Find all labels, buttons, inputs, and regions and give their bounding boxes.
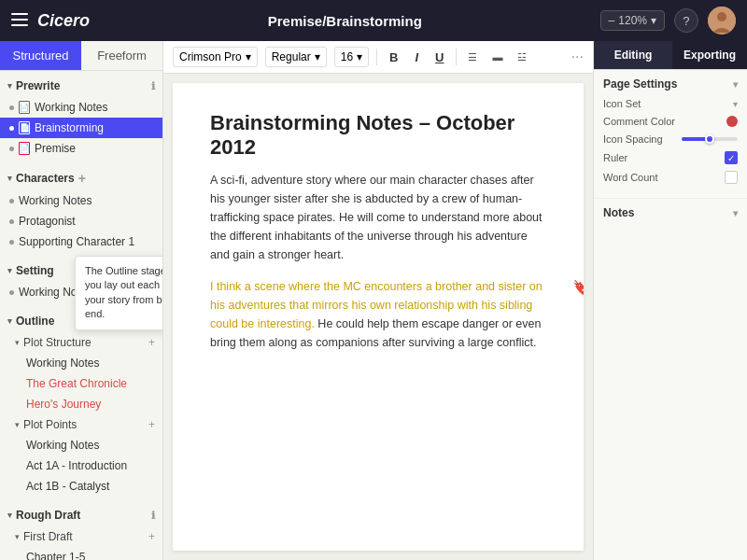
sidebar-item-premise[interactable]: 📄 Premise — [0, 138, 162, 159]
subsection-label: First Draft — [23, 530, 73, 543]
font-size-chevron: ▾ — [357, 50, 362, 63]
divider — [376, 49, 377, 65]
item-label: Premise — [35, 142, 76, 155]
font-size-value: 16 — [341, 50, 353, 63]
editor-toolbar: Crimson Pro ▾ Regular ▾ 16 ▾ B I U ☰ ▬ ☳… — [163, 41, 593, 74]
sidebar-item-wn-characters[interactable]: Working Notes — [0, 190, 162, 211]
outline-chevron: ▾ — [7, 316, 12, 326]
tab-exporting[interactable]: Exporting — [672, 41, 747, 69]
help-button[interactable]: ? — [674, 8, 698, 33]
bookmark-icon[interactable]: 🔖 — [572, 279, 584, 297]
first-draft-chevron: ▾ — [15, 532, 20, 541]
notes-section: Notes ▾ — [594, 199, 747, 234]
hamburger-icon[interactable] — [11, 13, 28, 29]
file-icon: 📄 — [19, 142, 30, 155]
app-logo: Cicero — [37, 11, 90, 31]
characters-chevron: ▾ — [7, 174, 12, 183]
plot-structure-chevron: ▾ — [15, 338, 20, 347]
sidebar-item-ps-wn[interactable]: Working Notes — [0, 353, 162, 373]
item-label: The Great Chronicle — [26, 377, 127, 390]
icon-set-label: Icon Set — [603, 98, 641, 109]
item-label: Working Notes — [35, 101, 107, 114]
sidebar-item-supporting-char[interactable]: Supporting Character 1 — [0, 231, 162, 252]
rough-draft-info-icon[interactable]: ℹ — [151, 510, 155, 522]
topbar-right: – 120% ▾ ? — [600, 7, 736, 35]
plot-points-header[interactable]: ▾ Plot Points + — [0, 414, 162, 435]
section-rough-draft: ▾ Rough Draft ℹ ▾ First Draft + Chapter … — [0, 500, 162, 560]
ruler-checkbox[interactable]: ✓ — [725, 151, 738, 164]
subsection-label: Plot Points — [23, 418, 77, 431]
section-characters: ▾ Characters + Working Notes Protagonist… — [0, 162, 162, 256]
user-avatar[interactable] — [708, 7, 736, 35]
sidebar-item-ch1-5[interactable]: Chapter 1-5 — [0, 547, 162, 560]
right-panel: Editing Exporting Page Settings ▾ Icon S… — [593, 41, 747, 560]
plot-points-add[interactable]: + — [148, 418, 155, 431]
setting-chevron: ▾ — [7, 266, 12, 275]
page-settings-chevron: ▾ — [733, 79, 738, 90]
right-panel-tabs: Editing Exporting — [594, 41, 747, 70]
slider-thumb — [705, 134, 714, 144]
icon-set-row: Icon Set ▾ — [603, 98, 738, 109]
document-title: Premise/Brainstorming — [268, 13, 422, 29]
sidebar-item-brainstorming[interactable]: 📄 Brainstorming — [0, 118, 162, 138]
icon-spacing-row: Icon Spacing — [603, 133, 738, 145]
sidebar-item-working-notes-prewrite[interactable]: 📄 Working Notes — [0, 97, 162, 118]
tab-editing[interactable]: Editing — [594, 41, 672, 69]
sidebar-item-pp-wn[interactable]: Working Notes — [0, 435, 162, 455]
item-label: Protagonist — [19, 215, 76, 228]
item-label: Chapter 1-5 — [26, 551, 85, 560]
item-label: Brainstorming — [35, 121, 104, 134]
first-draft-header[interactable]: ▾ First Draft + — [0, 526, 162, 547]
rough-draft-header[interactable]: ▾ Rough Draft ℹ — [0, 504, 162, 526]
prewrite-header[interactable]: ▾ Prewrite ℹ — [0, 75, 162, 97]
plot-structure-add[interactable]: + — [148, 336, 155, 349]
icon-spacing-label: Icon Spacing — [603, 133, 663, 145]
notes-chevron: ▾ — [733, 208, 738, 218]
icon-set-dropdown[interactable]: ▾ — [733, 99, 738, 109]
dot — [9, 126, 14, 131]
item-label: Act 1B - Catalyst — [26, 480, 109, 493]
zoom-control[interactable]: – 120% ▾ — [600, 10, 665, 31]
prewrite-info-icon[interactable]: ℹ — [151, 80, 155, 92]
italic-button[interactable]: I — [410, 49, 423, 66]
sidebar-item-act1a[interactable]: Act 1A - Introduction — [0, 455, 162, 476]
font-family-select[interactable]: Crimson Pro ▾ — [173, 47, 258, 67]
font-size-select[interactable]: 16 ▾ — [334, 47, 369, 67]
sidebar-item-protagonist[interactable]: Protagonist — [0, 211, 162, 231]
page-settings-header[interactable]: Page Settings ▾ — [603, 77, 738, 91]
file-icon: 📄 — [19, 121, 30, 134]
characters-header[interactable]: ▾ Characters + — [0, 166, 162, 190]
sidebar-item-great-chronicle[interactable]: The Great Chronicle — [0, 373, 162, 394]
underline-button[interactable]: U — [430, 49, 448, 66]
editor-area: Crimson Pro ▾ Regular ▾ 16 ▾ B I U ☰ ▬ ☳… — [163, 41, 593, 560]
plot-structure-header[interactable]: ▾ Plot Structure + — [0, 332, 162, 353]
sidebar-item-heros-journey[interactable]: Hero's Journey — [0, 394, 162, 414]
word-count-checkbox[interactable] — [725, 171, 738, 184]
dot — [9, 219, 14, 224]
align-center-button[interactable]: ▬ — [488, 49, 506, 64]
editor-content[interactable]: Brainstorming Notes – October 2012 A sci… — [173, 83, 584, 551]
sidebar-item-act1b[interactable]: Act 1B - Catalyst — [0, 476, 162, 497]
font-family-chevron: ▾ — [246, 50, 251, 63]
zoom-dropdown[interactable]: ▾ — [651, 14, 656, 27]
characters-add-icon[interactable]: + — [78, 171, 86, 186]
comment-color-dot[interactable] — [726, 116, 738, 127]
align-left-button[interactable]: ☰ — [464, 49, 481, 65]
rough-draft-label: Rough Draft — [16, 509, 80, 522]
first-draft-add[interactable]: + — [148, 530, 155, 543]
notes-header[interactable]: Notes ▾ — [603, 206, 738, 219]
item-label: Working Notes — [19, 194, 92, 207]
bold-button[interactable]: B — [385, 49, 402, 66]
tab-freeform[interactable]: Freeform — [81, 41, 162, 70]
tab-structured[interactable]: Structured — [0, 41, 81, 70]
align-right-button[interactable]: ☳ — [514, 49, 530, 65]
icon-spacing-slider[interactable] — [682, 137, 738, 141]
ruler-row: Ruler ✓ — [603, 151, 738, 164]
zoom-minus[interactable]: – — [609, 14, 615, 27]
svg-rect-1 — [11, 19, 28, 21]
font-style-value: Regular — [272, 50, 311, 63]
more-options-button[interactable]: ··· — [571, 49, 584, 65]
font-style-select[interactable]: Regular ▾ — [265, 47, 327, 67]
section-prewrite: ▾ Prewrite ℹ 📄 Working Notes 📄 Brainstor… — [0, 71, 162, 162]
comment-color-row: Comment Color — [603, 116, 738, 127]
